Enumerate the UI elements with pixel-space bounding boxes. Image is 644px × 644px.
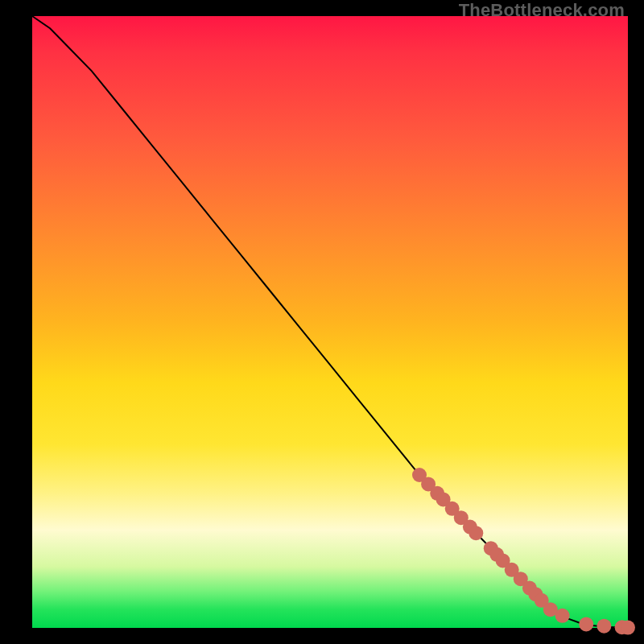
chart-curve [32, 16, 628, 628]
chart-marker [579, 617, 593, 631]
chart-marker [597, 619, 611, 634]
chart-svg [32, 16, 628, 628]
chart-plot-area [32, 16, 628, 628]
chart-stage: TheBottleneck.com [0, 0, 644, 644]
chart-marker [621, 621, 635, 635]
chart-marker [469, 526, 483, 540]
watermark-label: TheBottleneck.com [459, 0, 625, 21]
chart-marker [555, 609, 570, 623]
chart-markers-group [412, 468, 635, 635]
